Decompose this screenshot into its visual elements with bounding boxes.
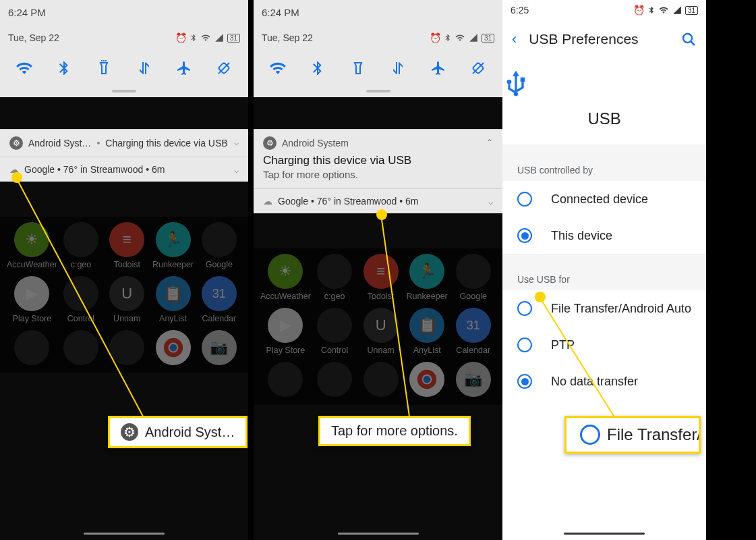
battery-icon: 31 [685,6,698,15]
app-chrome[interactable] [150,330,195,368]
chevron-down-icon[interactable]: ⌵ [488,197,493,207]
app-unnam[interactable]: UUnnam [105,276,149,323]
app-playstore[interactable]: ▶Play Store [260,308,311,355]
status-time: 6:24 PM [262,7,299,18]
airplane-icon[interactable] [426,56,450,80]
app-label: Calendar [456,346,490,355]
screen-1-notification-shade: 6:24 PM Tue, Sep 22 ⏰ 31 [0,0,248,540]
annotation-dot [376,209,387,220]
option-file-transfer[interactable]: File Transfer/Android Auto [502,290,706,327]
status-time: 6:24 PM [8,7,46,18]
radio-icon [517,338,532,352]
app-label: Unnam [367,346,394,355]
svg-line-4 [219,63,229,74]
date-status-row: Tue, Sep 22 ⏰ 31 [0,24,248,51]
app-folder-1[interactable] [7,330,57,368]
chevron-down-icon[interactable]: ⌵ [234,165,239,175]
rotate-icon[interactable] [466,56,490,80]
battery-icon: 31 [482,34,494,43]
option-label: File Transfer/Android Auto [551,302,691,316]
android-system-notification-expanded[interactable]: ⚙ Android System ⌃ Charging this device … [254,129,502,188]
quick-settings-row [254,51,502,85]
app-camera[interactable]: 📷 [197,330,241,368]
notif-app-name: Android Syst… [28,138,91,148]
wifi-icon[interactable] [12,56,36,80]
app-anylist[interactable]: 📋AnyList [405,308,450,355]
callout-file-transfer: File Transfer/ [564,416,701,454]
app-runkeeper[interactable]: 🏃Runkeeper [405,254,450,301]
app-label: AccuWeather [260,292,311,301]
app-folder-1[interactable] [260,362,311,400]
data-icon[interactable] [386,56,410,80]
bluetooth-icon[interactable] [306,56,330,80]
radio-icon [517,301,532,316]
app-label: Google [460,292,487,301]
notif-subtitle: Tap for more options. [263,169,493,180]
rotate-icon[interactable] [212,56,236,80]
app-folder-2[interactable] [312,362,357,400]
back-button[interactable]: ‹ [512,30,517,48]
option-this-device[interactable]: This device [502,217,706,254]
airplane-icon[interactable] [172,56,196,80]
callout-tap-options: Tap for more options. [318,416,471,446]
option-label: This device [551,229,612,243]
app-anylist[interactable]: 📋AnyList [150,276,195,323]
app-calendar[interactable]: 31Calendar [450,308,496,355]
nav-bar[interactable] [0,526,248,540]
option-no-data-transfer[interactable]: No data transfer [502,363,706,400]
chevron-up-icon[interactable]: ⌃ [486,138,493,147]
app-folder-2[interactable] [59,330,103,368]
android-system-icon: ⚙ [263,136,277,150]
app-control[interactable]: Control [312,308,357,355]
shade-handle[interactable] [0,85,248,97]
app-chrome[interactable] [405,362,450,400]
bluetooth-status-icon [190,33,198,43]
nav-bar[interactable] [502,526,706,540]
android-system-icon: ⚙ [9,136,23,150]
weather-text: Google • 76° in Streamwood • 6m [278,196,493,207]
android-system-notification[interactable]: ⚙ Android Syst… • Charging this device v… [0,129,248,157]
app-cgeo[interactable]: c:geo [312,254,357,301]
flashlight-icon[interactable] [346,56,370,80]
app-playstore[interactable]: ▶Play Store [7,276,57,323]
notif-title: Charging this device via USB [263,154,493,167]
usb-icon [502,70,529,103]
status-icons: ⏰ 31 [633,5,698,16]
app-google[interactable]: Google [197,222,241,269]
data-icon[interactable] [132,56,156,80]
app-calendar[interactable]: 31Calendar [197,276,241,323]
app-todoist[interactable]: ≡Todoist [105,222,149,269]
app-todoist[interactable]: ≡Todoist [358,254,403,301]
wifi-icon[interactable] [266,56,290,80]
option-connected-device[interactable]: Connected device [502,181,706,217]
nav-bar[interactable] [254,526,502,540]
app-camera[interactable]: 📷 [450,362,496,400]
app-folder-3[interactable] [105,330,149,368]
app-cgeo[interactable]: c:geo [59,222,103,269]
app-label: Runkeeper [407,292,448,301]
app-label: c:geo [71,260,92,269]
app-grid: ☀AccuWeather c:geo ≡Todoist 🏃Runkeeper G… [0,217,248,373]
app-label: Play Store [266,346,306,355]
weather-notification[interactable]: ☁ Google • 76° in Streamwood • 6m ⌵ [0,157,248,182]
app-google[interactable]: Google [450,254,496,301]
usb-hero: USB [502,58,706,144]
app-runkeeper[interactable]: 🏃Runkeeper [150,222,195,269]
bluetooth-icon[interactable] [52,56,76,80]
signal-icon [468,33,479,43]
alarm-icon: ⏰ [175,32,187,43]
app-accuweather[interactable]: ☀AccuWeather [7,222,57,269]
flashlight-icon[interactable] [92,56,116,80]
search-icon[interactable] [680,31,697,47]
option-ptp[interactable]: PTP [502,327,706,363]
callout-text: Android Syst… [145,425,235,440]
cloud-icon: ☁ [263,196,272,207]
app-label: c:geo [324,292,345,301]
chevron-down-icon[interactable]: ⌵ [234,138,239,147]
app-label: Google [206,260,233,269]
app-accuweather[interactable]: ☀AccuWeather [260,254,311,301]
shade-handle[interactable] [254,85,502,97]
app-folder-3[interactable] [358,362,403,400]
radio-icon [517,374,532,389]
svg-point-13 [683,34,692,43]
